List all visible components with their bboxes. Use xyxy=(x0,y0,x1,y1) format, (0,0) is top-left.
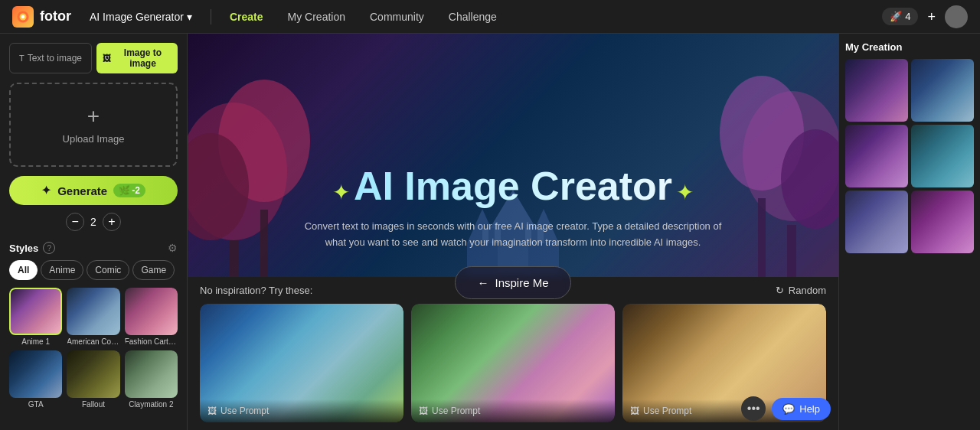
suggestion-item-flowers[interactable]: 🖼 Use Prompt xyxy=(411,304,615,422)
style-item-fashion[interactable]: Fashion Cartoon xyxy=(125,288,178,346)
inspire-me-button[interactable]: ← Inspire Me xyxy=(455,266,570,299)
suggestion-overlay-shop: 🖼 Use Prompt xyxy=(200,399,403,422)
main-layout: T Text to image 🖼 Image to image + Uploa… xyxy=(0,34,980,430)
bottom-bar: ••• 💬 Help xyxy=(741,396,831,421)
style-tabs: All Anime Comic Game A › xyxy=(9,260,178,280)
creation-grid xyxy=(845,59,974,253)
use-prompt-label-shop: Use Prompt xyxy=(220,406,269,416)
help-button[interactable]: 💬 Help xyxy=(772,398,831,420)
right-sidebar: My Creation xyxy=(838,34,980,430)
suggestion-overlay-flowers: 🖼 Use Prompt xyxy=(411,399,615,422)
community-nav[interactable]: Community xyxy=(364,8,430,26)
use-prompt-icon-shop: 🖼 xyxy=(207,406,217,416)
style-tab-game[interactable]: Game xyxy=(132,260,175,280)
style-item-gta[interactable]: GTA xyxy=(9,350,62,409)
style-name-claymation: Claymation 2 xyxy=(125,400,178,409)
divider xyxy=(211,9,211,24)
random-icon: ↻ xyxy=(776,285,784,296)
credit-icon: 🌿 xyxy=(119,185,130,196)
suggestion-item-shop[interactable]: 🖼 Use Prompt xyxy=(200,304,403,422)
upload-area[interactable]: + Upload Image xyxy=(9,83,178,167)
use-prompt-icon-flowers: 🖼 xyxy=(419,406,428,416)
challenge-nav[interactable]: Challenge xyxy=(443,8,503,26)
creation-thumb-5[interactable] xyxy=(845,191,908,253)
style-name-fallout: Fallout xyxy=(67,400,119,409)
rocket-button[interactable]: 🚀 4 xyxy=(882,8,918,25)
ai-generator-dropdown[interactable]: AI Image Generator ▾ xyxy=(83,8,198,26)
credit-count: -2 xyxy=(132,185,140,196)
style-name-american: American Comic xyxy=(67,337,119,346)
more-options-button[interactable]: ••• xyxy=(741,396,766,421)
inspire-label: Inspire Me xyxy=(495,276,548,289)
add-button[interactable]: + xyxy=(927,10,936,24)
style-grid: Anime 1 American Comic Fashion Cartoon G… xyxy=(9,288,178,409)
creation-thumb-2[interactable] xyxy=(911,59,974,122)
use-prompt-icon-mask: 🖼 xyxy=(630,406,639,416)
hero-subtitle: Convert text to images in seconds with o… xyxy=(299,219,727,251)
creation-thumb-4[interactable] xyxy=(911,125,974,187)
upload-label: Upload Image xyxy=(63,133,125,145)
count-row: − 2 + xyxy=(9,213,178,231)
style-name-anime1: Anime 1 xyxy=(9,337,62,346)
style-item-american[interactable]: American Comic xyxy=(67,288,119,346)
generate-label: Generate xyxy=(57,184,107,197)
logo[interactable]: fotor xyxy=(12,6,71,28)
style-name-fashion: Fashion Cartoon xyxy=(125,337,178,346)
my-creation-nav[interactable]: My Creation xyxy=(282,8,351,26)
tab-image-to-image[interactable]: 🖼 Image to image xyxy=(96,43,178,73)
hero-banner: ✦ AI Image Creator ✦ Convert text to ima… xyxy=(188,34,838,430)
creation-thumb-3[interactable] xyxy=(845,125,908,187)
styles-label: Styles xyxy=(9,243,38,254)
center-content: ✦ AI Image Creator ✦ Convert text to ima… xyxy=(188,34,838,430)
gear-icon[interactable]: ⚙ xyxy=(168,242,178,254)
suggestion-label: No inspiration? Try these: xyxy=(200,285,312,296)
styles-help-icon[interactable]: ? xyxy=(43,242,55,254)
style-item-anime1[interactable]: Anime 1 xyxy=(9,288,62,346)
use-prompt-label-mask: Use Prompt xyxy=(643,406,691,416)
hero-title-area: ✦ AI Image Creator ✦ xyxy=(332,165,693,208)
header-right: 🚀 4 + xyxy=(882,5,968,28)
svg-point-2 xyxy=(21,15,25,18)
style-thumb-fashion xyxy=(125,288,178,335)
rocket-count: 4 xyxy=(905,11,910,22)
style-thumb-anime1 xyxy=(9,288,62,335)
style-item-fallout[interactable]: Fallout xyxy=(67,350,119,409)
styles-header: Styles ? ⚙ xyxy=(9,242,178,254)
logo-icon xyxy=(12,6,34,28)
count-minus-button[interactable]: − xyxy=(66,213,84,231)
style-tab-all[interactable]: All xyxy=(9,260,38,280)
image-icon: 🖼 xyxy=(103,54,111,63)
sparkle-left-icon: ✦ xyxy=(332,181,350,204)
style-item-claymation[interactable]: Claymation 2 xyxy=(125,350,178,409)
generate-button[interactable]: ✦ Generate 🌿 -2 xyxy=(9,176,178,205)
count-value: 2 xyxy=(90,216,96,228)
header: fotor AI Image Generator ▾ Create My Cre… xyxy=(0,0,980,34)
create-nav-button[interactable]: Create xyxy=(224,8,270,26)
style-tab-comic[interactable]: Comic xyxy=(87,260,129,280)
rocket-icon: 🚀 xyxy=(890,11,902,22)
my-creation-header: My Creation xyxy=(845,41,974,53)
suggestion-images: 🖼 Use Prompt 🖼 Use Prompt xyxy=(200,304,826,422)
tab-text-to-image[interactable]: T Text to image xyxy=(9,43,92,73)
style-thumb-claymation xyxy=(125,350,178,398)
use-prompt-label-flowers: Use Prompt xyxy=(432,406,480,416)
style-thumb-gta xyxy=(9,350,62,398)
text-icon: T xyxy=(19,54,24,63)
hero-title: AI Image Creator xyxy=(354,164,672,208)
style-thumb-american xyxy=(67,288,119,335)
style-name-gta: GTA xyxy=(9,400,62,409)
avatar[interactable] xyxy=(945,5,968,28)
help-label: Help xyxy=(799,403,820,415)
credit-badge: 🌿 -2 xyxy=(113,184,145,197)
creation-thumb-6[interactable] xyxy=(911,191,974,253)
ai-generator-label: AI Image Generator xyxy=(90,11,184,23)
logo-text: fotor xyxy=(40,8,71,24)
tab-switcher: T Text to image 🖼 Image to image xyxy=(9,43,178,73)
creation-thumb-1[interactable] xyxy=(845,59,908,122)
style-thumb-fallout xyxy=(67,350,119,398)
upload-plus-icon: + xyxy=(87,106,100,127)
random-button[interactable]: ↻ Random xyxy=(776,285,826,296)
inspire-arrow-icon: ← xyxy=(477,276,488,289)
count-plus-button[interactable]: + xyxy=(103,213,121,231)
style-tab-anime[interactable]: Anime xyxy=(41,260,83,280)
